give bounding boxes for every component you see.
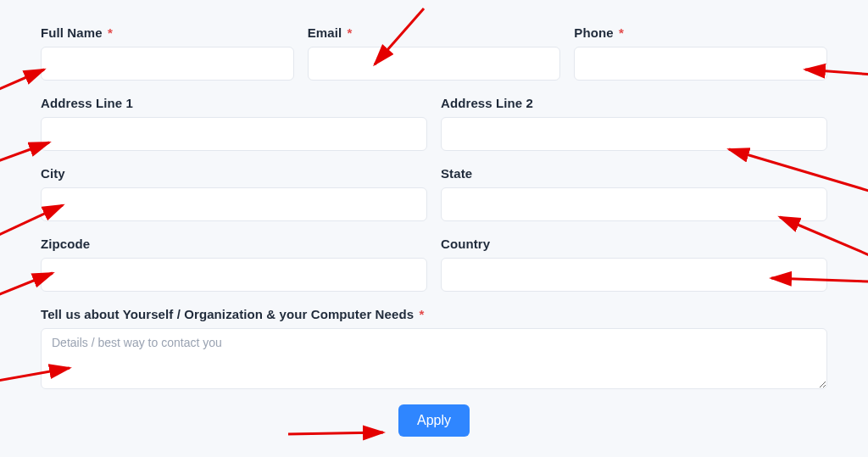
input-address1[interactable] <box>41 117 427 151</box>
field-email: Email * <box>308 25 561 81</box>
input-city[interactable] <box>41 187 427 221</box>
label-email: Email * <box>308 25 561 40</box>
label-full-name-text: Full Name <box>41 25 103 40</box>
label-country: Country <box>441 237 827 251</box>
label-address1: Address Line 1 <box>41 96 427 110</box>
label-city: City <box>41 166 427 181</box>
input-details[interactable] <box>41 328 827 389</box>
field-city: City <box>41 166 427 221</box>
field-zipcode: Zipcode <box>41 237 427 292</box>
label-address2: Address Line 2 <box>441 96 827 110</box>
row-city-state: City State <box>41 166 827 221</box>
row-zip-country: Zipcode Country <box>41 237 827 292</box>
input-full-name[interactable] <box>41 47 294 81</box>
apply-button[interactable]: Apply <box>398 404 470 437</box>
input-country[interactable] <box>441 258 827 292</box>
input-email[interactable] <box>308 47 561 81</box>
row-details: Tell us about Yourself / Organization & … <box>41 307 827 389</box>
field-country: Country <box>441 237 827 292</box>
required-marker: * <box>619 25 624 40</box>
label-state: State <box>441 166 827 181</box>
field-address1: Address Line 1 <box>41 96 427 151</box>
input-zipcode[interactable] <box>41 258 427 292</box>
input-state[interactable] <box>441 187 827 221</box>
field-state: State <box>441 166 827 221</box>
label-full-name: Full Name * <box>41 25 294 40</box>
input-phone[interactable] <box>574 47 827 81</box>
label-zipcode: Zipcode <box>41 237 427 251</box>
input-address2[interactable] <box>441 117 827 151</box>
required-marker: * <box>419 307 424 321</box>
field-details: Tell us about Yourself / Organization & … <box>41 307 827 389</box>
application-form: Full Name * Email * Phone * Address Line… <box>0 0 868 437</box>
label-phone: Phone * <box>574 25 827 40</box>
row-name-email-phone: Full Name * Email * Phone * <box>41 25 827 81</box>
required-marker: * <box>347 25 352 40</box>
field-full-name: Full Name * <box>41 25 294 81</box>
label-details-text: Tell us about Yourself / Organization & … <box>41 307 414 321</box>
row-submit: Apply <box>41 404 827 437</box>
row-address: Address Line 1 Address Line 2 <box>41 96 827 151</box>
field-address2: Address Line 2 <box>441 96 827 151</box>
label-phone-text: Phone <box>574 25 613 40</box>
required-marker: * <box>108 25 113 40</box>
label-email-text: Email <box>308 25 342 40</box>
field-phone: Phone * <box>574 25 827 81</box>
label-details: Tell us about Yourself / Organization & … <box>41 307 827 321</box>
